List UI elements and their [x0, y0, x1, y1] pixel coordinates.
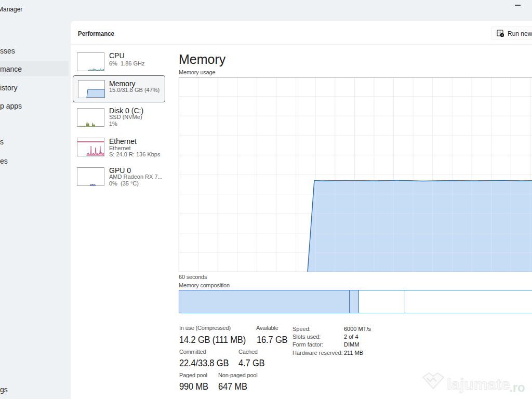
- svg-text:.ro: .ro: [509, 380, 525, 394]
- svg-text:lajumate: lajumate: [447, 376, 510, 393]
